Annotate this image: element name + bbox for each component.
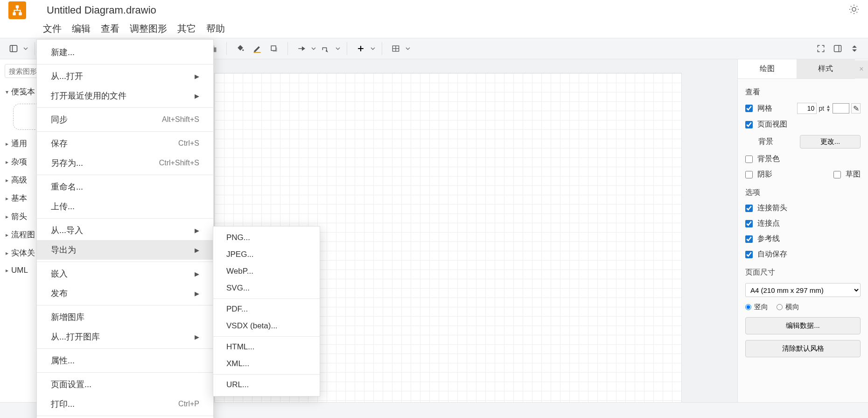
background-label: 背景 [745, 137, 773, 147]
export-item[interactable]: JPEG... [213, 246, 320, 263]
svg-rect-4 [10, 45, 17, 51]
menu-item[interactable]: 打开最近使用的文件▶ [37, 86, 213, 106]
caret-down-icon[interactable] [406, 46, 410, 51]
menu-item[interactable]: 发布▶ [37, 283, 213, 303]
svg-rect-11 [254, 52, 261, 53]
caret-down-icon[interactable] [371, 46, 375, 51]
menu-edit[interactable]: 编辑 [72, 22, 91, 35]
menu-extras[interactable]: 其它 [177, 22, 196, 35]
grid-checkbox[interactable] [745, 105, 753, 112]
format-panel: 绘图 样式 × 查看 网格 pt ▲▼ ✎ 页面视图 背景 更改... 背景 [737, 59, 868, 404]
collapse-icon[interactable] [847, 42, 861, 56]
fill-color-icon[interactable] [233, 42, 247, 56]
caret-down-icon[interactable] [23, 46, 28, 51]
file-menu: 新建...从...打开▶打开最近使用的文件▶同步Alt+Shift+S保存Ctr… [36, 39, 214, 418]
guides-label: 参考线 [757, 234, 780, 244]
bgcolor-checkbox[interactable] [745, 156, 753, 163]
clear-style-button[interactable]: 清除默认风格 [745, 340, 861, 357]
section-view: 查看 [745, 87, 861, 97]
menu-item[interactable]: 同步Alt+Shift+S [37, 110, 213, 129]
export-item[interactable]: PDF... [213, 301, 320, 318]
export-item[interactable]: HTML... [213, 339, 320, 355]
format-panel-icon[interactable] [831, 42, 845, 56]
connection-icon[interactable] [294, 42, 308, 56]
menu-item[interactable]: 嵌入▶ [37, 264, 213, 283]
edit-grid-color-icon[interactable]: ✎ [851, 103, 861, 113]
bgcolor-label: 背景色 [757, 154, 780, 164]
line-color-icon[interactable] [250, 42, 264, 56]
shadow-label: 阴影 [757, 170, 772, 179]
shadow-checkbox[interactable] [745, 171, 753, 178]
portrait-label: 竖向 [754, 303, 768, 312]
app-logo[interactable] [8, 1, 26, 19]
export-item[interactable]: XML... [213, 355, 320, 372]
page-size-select[interactable]: A4 (210 mm x 297 mm) [745, 283, 861, 297]
landscape-radio[interactable] [777, 304, 783, 310]
page-view-checkbox[interactable] [745, 121, 753, 128]
section-pagesize: 页面尺寸 [745, 268, 861, 277]
export-item[interactable]: VSDX (beta)... [213, 318, 320, 334]
tab-style[interactable]: 样式 [797, 59, 855, 79]
menubar: 文件 编辑 查看 调整图形 其它 帮助 [0, 21, 868, 38]
portrait-radio[interactable] [745, 304, 751, 310]
menu-item[interactable]: 从...打开▶ [37, 66, 213, 86]
menu-item[interactable]: 页面设置... [37, 375, 213, 394]
menu-help[interactable]: 帮助 [206, 22, 225, 35]
sketch-checkbox[interactable] [833, 171, 841, 178]
close-panel-icon[interactable]: × [855, 60, 868, 78]
conn-points-checkbox[interactable] [745, 220, 753, 227]
document-title[interactable]: Untitled Diagram.drawio [47, 4, 156, 16]
fullscreen-icon[interactable] [814, 42, 828, 56]
svg-point-10 [242, 50, 244, 51]
autosave-checkbox[interactable] [745, 251, 753, 258]
menu-item[interactable]: 另存为...Ctrl+Shift+S [37, 153, 213, 173]
caret-down-icon[interactable] [336, 46, 340, 51]
menu-item[interactable]: 从...打开图库▶ [37, 327, 213, 347]
menu-item[interactable]: 打印...Ctrl+P [37, 394, 213, 414]
export-submenu: PNG...JPEG...WebP...SVG...PDF...VSDX (be… [213, 226, 320, 397]
grid-color-swatch[interactable] [833, 103, 849, 113]
menu-item[interactable]: 保存Ctrl+S [37, 134, 213, 153]
svg-rect-16 [834, 45, 841, 51]
svg-rect-12 [271, 46, 276, 50]
tab-diagram[interactable]: 绘图 [738, 59, 797, 79]
export-item[interactable]: URL... [213, 376, 320, 393]
theme-icon[interactable] [848, 4, 860, 17]
page-view-label: 页面视图 [757, 120, 787, 129]
conn-points-label: 连接点 [757, 219, 780, 228]
conn-arrows-label: 连接箭头 [757, 203, 787, 213]
export-item[interactable]: WebP... [213, 263, 320, 280]
shadow-icon[interactable] [267, 42, 281, 56]
landscape-label: 横向 [785, 303, 799, 312]
section-options: 选项 [745, 188, 861, 198]
grid-label: 网格 [757, 104, 772, 113]
menu-arrange[interactable]: 调整图形 [130, 22, 167, 35]
menu-item[interactable]: 新建... [37, 43, 213, 62]
svg-rect-2 [19, 12, 22, 15]
change-background-button[interactable]: 更改... [800, 135, 861, 149]
svg-rect-1 [13, 12, 16, 15]
grid-unit: pt [819, 105, 824, 112]
grid-stepper[interactable]: ▲▼ [826, 105, 831, 112]
export-item[interactable]: PNG... [213, 229, 320, 246]
sidebar-toggle-icon[interactable] [7, 42, 21, 56]
menu-view[interactable]: 查看 [101, 22, 119, 35]
grid-size-input[interactable] [797, 103, 817, 114]
menu-item[interactable]: 新增图库 [37, 307, 213, 327]
menu-item[interactable]: 上传... [37, 197, 213, 216]
edit-data-button[interactable]: 编辑数据... [745, 317, 861, 334]
export-item[interactable]: SVG... [213, 280, 320, 297]
menu-item[interactable]: 重命名... [37, 177, 213, 197]
guides-checkbox[interactable] [745, 235, 753, 243]
caret-down-icon[interactable] [311, 46, 316, 51]
menu-item[interactable]: 从...导入▶ [37, 220, 213, 240]
menu-item[interactable]: 导出为▶ [37, 240, 213, 260]
conn-arrows-checkbox[interactable] [745, 205, 753, 212]
menu-file[interactable]: 文件 [43, 22, 62, 35]
autosave-label: 自动保存 [757, 249, 787, 259]
menu-item[interactable]: 属性... [37, 351, 213, 370]
insert-icon[interactable] [354, 42, 368, 56]
waypoint-icon[interactable] [319, 42, 333, 56]
sketch-label: 草图 [846, 170, 861, 179]
table-icon[interactable] [389, 42, 403, 56]
